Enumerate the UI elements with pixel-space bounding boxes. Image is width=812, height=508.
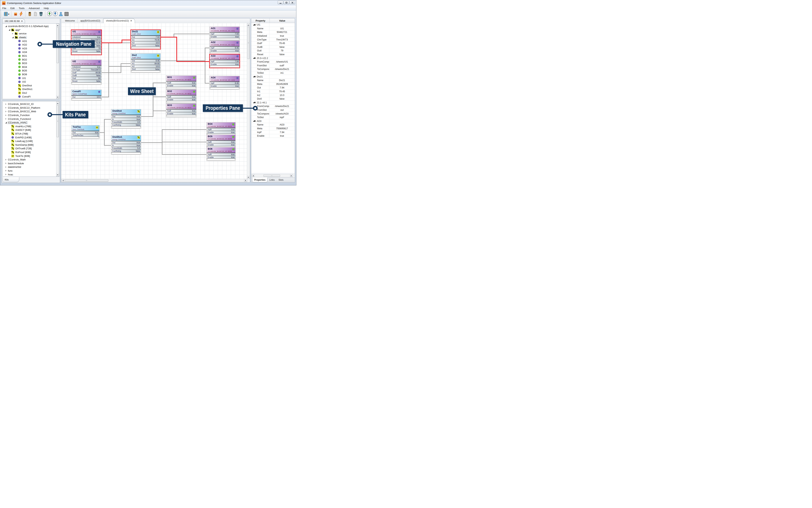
block-bo2[interactable]: BO2CControls_BASC22_IO::BO2InpBtrueEnabl… xyxy=(166,89,197,103)
expander-closed-icon[interactable] xyxy=(5,166,7,168)
kits-scroll-thumb[interactable] xyxy=(56,105,59,137)
nav-tab-close-icon[interactable]: ✕ xyxy=(21,20,23,23)
kits-item-datetimestd[interactable]: datetimeStd xyxy=(3,165,59,169)
property-row-out[interactable]: Out7.94 xyxy=(251,86,295,90)
kits-item-anahilo-76b-[interactable]: AnaHiLo [76B] xyxy=(3,125,59,128)
block-ui2[interactable]: UI2CControls_BASC22_IO::UI2Initializedtr… xyxy=(71,59,102,85)
nav-item-sheets[interactable]: sheets xyxy=(3,36,59,39)
block-slot-enable[interactable]: Enabletrue xyxy=(207,143,235,146)
kits-item-tocktic-60b-[interactable]: TockTic [60B] xyxy=(3,154,59,158)
block-slot-inpf[interactable]: InpF7.94 xyxy=(210,60,240,63)
editor-tab-sheets-bascontrol22-[interactable]: sheets(BAScontrol22)✕ xyxy=(103,18,135,24)
nav-item-div2[interactable]: Div2 xyxy=(3,91,59,95)
editor-tab-welcome[interactable]: Welcome xyxy=(62,18,78,23)
minimize-button[interactable] xyxy=(277,1,283,4)
property-row-meta[interactable]: Meta352452609 xyxy=(251,82,295,86)
expander-closed-icon[interactable] xyxy=(5,159,7,161)
block-slot-div0[interactable]: Div0false xyxy=(131,44,160,47)
wire-link[interactable] xyxy=(101,64,131,73)
canvas-scroll-left[interactable] xyxy=(61,179,65,182)
kits-item-hvac[interactable]: hvac xyxy=(3,173,59,176)
canvas-hscroll-thumb[interactable] xyxy=(65,179,108,182)
block-bo1[interactable]: BO1CControls_BASC22_IO::BO1InpBtrueEnabl… xyxy=(166,75,197,89)
nav-item-bo6[interactable]: BO6 xyxy=(3,73,59,76)
expander-closed-icon[interactable] xyxy=(5,163,7,164)
property-row-in2[interactable]: In210.0 xyxy=(251,93,295,97)
property-row-inpf[interactable]: InpF7.94 xyxy=(251,130,295,134)
block-slot-out[interactable]: Out8.46 xyxy=(131,59,160,62)
property-row-name[interactable]: NameAO3 xyxy=(251,123,295,127)
block-slot-enable[interactable]: Enabletrue xyxy=(210,85,240,87)
menu-item-advanced[interactable]: Advanced xyxy=(27,6,42,10)
canvas-vscroll-thumb[interactable] xyxy=(247,27,250,59)
property-row-outf[interactable]: OutF79.45 xyxy=(251,42,295,45)
wire-link[interactable] xyxy=(104,133,111,145)
kits-item-leadlag-124b-[interactable]: LeadLag [124B] xyxy=(3,139,59,143)
kits-item-ccontrols-math[interactable]: CControls_Math xyxy=(3,158,59,162)
block-slot-canretrig[interactable]: CanRetrigfalse xyxy=(111,124,141,126)
property-row-in1[interactable]: In179.45 xyxy=(251,90,295,93)
nav-item-constfl[interactable]: ConstFl xyxy=(3,95,59,98)
view-dropdown-arrow-icon[interactable] xyxy=(8,14,9,15)
property-row-tocompone[interactable]: ToCompone/sheets/Div21 xyxy=(251,68,295,71)
nav-item-service[interactable]: service xyxy=(3,32,59,36)
block-slot-enable[interactable]: Enabletrue xyxy=(210,35,240,38)
nav-scroll-down[interactable] xyxy=(56,96,59,99)
kits-bottom-tab[interactable]: Kits xyxy=(3,177,19,182)
block-slot-out[interactable]: Out7.94 xyxy=(131,36,160,39)
block-slot-inpb[interactable]: InpBtrue xyxy=(166,110,196,112)
block-ao4[interactable]: AO4CControls_BASC22_IO::AO4InpF8.46Enabl… xyxy=(209,76,240,90)
property-row-outi[interactable]: OutI79 xyxy=(251,49,295,53)
expander-closed-icon[interactable] xyxy=(5,103,7,105)
expander-open-icon[interactable] xyxy=(5,122,7,123)
block-slot-inpb[interactable]: InpBtrue xyxy=(207,140,235,143)
property-row-name[interactable]: NameDiv21 xyxy=(251,79,295,82)
property-group-ao3[interactable]: AO3 xyxy=(251,119,295,123)
block-div2[interactable]: Div2math::Div2Out8.46In184.66In210.0Div0… xyxy=(131,53,161,73)
nav-item-ao1[interactable]: AO1 xyxy=(3,39,59,43)
nav-item-bo1[interactable]: BO1 xyxy=(3,54,59,58)
block-bo5[interactable]: BO5CControls_BASC22_IO::BO5InpBtrueEnabl… xyxy=(206,134,236,149)
block-slot-enable[interactable]: Enabletrue xyxy=(207,131,235,134)
block-constfl[interactable]: ConstFltypes::ConstFloatOut10.0 xyxy=(71,90,102,101)
menu-item-file[interactable]: File xyxy=(0,6,8,10)
nav-item-ao3[interactable]: AO3 xyxy=(3,47,59,50)
block-slot-canretrig[interactable]: CanRetrigfalse xyxy=(111,150,141,153)
kits-item-ccontrols-hvac[interactable]: CControls_HVAC xyxy=(3,121,59,125)
block-slot-inpb[interactable]: InpBtrue xyxy=(207,128,235,131)
logo-button[interactable] xyxy=(13,11,18,17)
property-group-22-1-8-1[interactable]: 22.1->8.1 xyxy=(251,101,295,104)
wire-link[interactable] xyxy=(162,143,207,155)
block-slot-outb[interactable]: OutBfalse xyxy=(72,74,101,77)
block-ticktoc[interactable]: TickTocfunc::TickTockOuttrueTicksPerSec1 xyxy=(71,125,99,139)
nav-item-ui1[interactable]: UI1 xyxy=(3,76,59,80)
canvas-scroll-up[interactable] xyxy=(247,24,250,27)
expander-closed-icon[interactable] xyxy=(5,170,7,171)
props-scroll-right[interactable] xyxy=(290,174,293,177)
property-row-initialized[interactable]: Initializedtrue xyxy=(251,34,295,38)
block-slot-outi[interactable]: OutI84 xyxy=(72,77,101,80)
nav-item-bo5[interactable]: BO5 xyxy=(3,69,59,73)
kits-item-antiscy-64b-[interactable]: AntiSCY [64B] xyxy=(3,128,59,132)
block-slot-div0[interactable]: Div0false xyxy=(131,68,160,71)
upload-button[interactable] xyxy=(47,11,52,17)
property-row-meta[interactable]: Meta50462721 xyxy=(251,31,295,34)
properties-tab-links[interactable]: Links xyxy=(267,178,276,182)
lightning-button[interactable] xyxy=(18,11,24,17)
property-row-chntype[interactable]: ChnTypeThm10KT3 xyxy=(251,38,295,42)
block-slot-enable[interactable]: Enabletrue xyxy=(210,49,240,52)
kits-item-ccontrols-basc22-io[interactable]: CControls_BASC22_IO xyxy=(3,102,59,106)
properties-tab-slots[interactable]: Slots xyxy=(276,178,286,182)
block-slot-in2[interactable]: In210.0 xyxy=(131,65,160,68)
kits-scroll-up[interactable] xyxy=(56,102,59,105)
property-row-name[interactable]: NameUI1 xyxy=(251,27,295,31)
block-slot-in2[interactable]: In210.0 xyxy=(131,41,160,44)
kits-item-ccontrols-basc22-platform[interactable]: CControls_BASC22_Platform xyxy=(3,106,59,110)
property-row-reset[interactable]: Resetfalse xyxy=(251,53,295,56)
kits-item-enhpid-140b-[interactable]: EnhPID [140B] xyxy=(3,135,59,139)
block-slot-inpf[interactable]: InpF7.94 xyxy=(210,33,240,35)
menu-item-tools[interactable]: Tools xyxy=(17,6,27,10)
block-bo3[interactable]: BO3CControls_BASC22_IO::BO3InpBtrueEnabl… xyxy=(166,103,197,117)
expander-closed-icon[interactable] xyxy=(5,118,7,120)
block-slot-out[interactable]: Outtrue xyxy=(72,131,99,134)
